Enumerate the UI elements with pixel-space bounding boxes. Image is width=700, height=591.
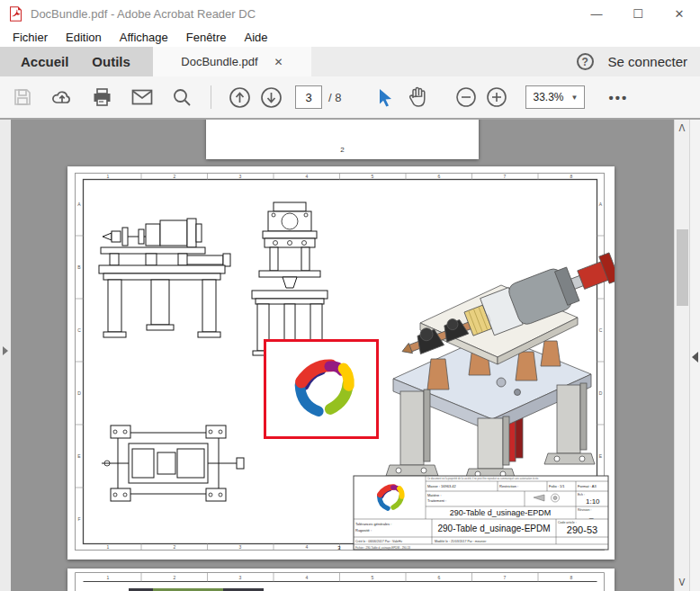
svg-text:5: 5 bbox=[372, 575, 374, 580]
svg-text:3: 3 bbox=[239, 544, 242, 550]
tab-accueil[interactable]: Accueil bbox=[9, 54, 80, 69]
svg-text:4: 4 bbox=[306, 174, 309, 179]
svg-text:1: 1 bbox=[107, 174, 110, 179]
tab-outils[interactable]: Outils bbox=[80, 54, 142, 69]
page-count-label: / 8 bbox=[328, 91, 341, 104]
technical-drawing: 12345678 12345678 ABCDEF ABCDEF 3 bbox=[67, 166, 615, 560]
page-up-icon[interactable] bbox=[229, 86, 251, 109]
print-icon[interactable] bbox=[92, 87, 112, 108]
zoom-in-icon[interactable] bbox=[486, 86, 507, 108]
nav-pane-arrow-icon bbox=[3, 346, 8, 355]
menu-edition[interactable]: Edition bbox=[57, 29, 111, 46]
titleblock-tolerances: Tolérances générales : bbox=[355, 522, 391, 526]
sign-in-button[interactable]: Se connecter bbox=[608, 54, 687, 69]
search-icon[interactable] bbox=[172, 87, 192, 107]
pdf-page-4: 12345678 bbox=[67, 569, 615, 591]
titleblock-disclaimer: Ce document est la propriété de la socié… bbox=[427, 477, 539, 480]
zoom-level-select[interactable]: 33.3% ▼ bbox=[525, 85, 585, 109]
svg-text:A: A bbox=[599, 201, 603, 207]
scrollbar-thumb[interactable] bbox=[677, 229, 688, 306]
svg-text:4: 4 bbox=[306, 544, 309, 550]
tab-close-icon[interactable]: ✕ bbox=[274, 56, 283, 68]
svg-text:2: 2 bbox=[174, 174, 176, 179]
nav-pane-toggle[interactable] bbox=[0, 120, 11, 591]
titleblock-ech-label: Ech : bbox=[578, 493, 585, 497]
close-button[interactable]: ✕ bbox=[659, 0, 700, 27]
page-down-icon[interactable] bbox=[260, 86, 283, 109]
red-annotation-border bbox=[265, 341, 378, 438]
main-toolbar: 3 / 8 33.3% ▼ ••• bbox=[0, 76, 700, 120]
document-viewport[interactable]: 2 bbox=[0, 120, 700, 591]
toolbar-separator bbox=[211, 85, 211, 109]
title-bar: DocBundle.pdf - Adobe Acrobat Reader DC … bbox=[0, 0, 700, 27]
email-icon[interactable] bbox=[131, 89, 153, 105]
svg-text:6: 6 bbox=[438, 174, 441, 179]
page-number-input[interactable]: 3 bbox=[295, 85, 322, 109]
tools-pane-toggle[interactable] bbox=[689, 120, 700, 591]
menu-affichage[interactable]: Affichage bbox=[111, 29, 177, 46]
pdf-page-2: 2 bbox=[206, 120, 479, 159]
more-tools-button[interactable]: ••• bbox=[608, 90, 628, 105]
pdf-page-3: 12345678 12345678 ABCDEF ABCDEF 3 bbox=[67, 166, 615, 560]
titleblock-title: 290-Table d_usinage-EPDM bbox=[450, 508, 552, 517]
logo-annotation[interactable] bbox=[265, 341, 378, 438]
svg-text:8: 8 bbox=[570, 174, 573, 179]
view-top bbox=[102, 425, 244, 501]
svg-text:2: 2 bbox=[174, 575, 176, 580]
menu-aide[interactable]: Aide bbox=[236, 29, 277, 46]
titleblock-revision-value: _ bbox=[588, 511, 594, 519]
svg-text:D: D bbox=[599, 390, 603, 396]
svg-text:4: 4 bbox=[306, 575, 309, 580]
tools-pane-arrow-icon bbox=[692, 352, 698, 363]
svg-text:D: D bbox=[77, 390, 81, 396]
save-icon[interactable] bbox=[13, 87, 32, 107]
svg-text:5: 5 bbox=[372, 174, 374, 179]
hand-tool-icon[interactable] bbox=[408, 86, 427, 108]
svg-text:E: E bbox=[599, 453, 603, 459]
document-tab-label: DocBundle.pdf bbox=[181, 55, 257, 68]
titleblock-fichier: Fichier : 290-Table d_usinage-EPDM - 290… bbox=[355, 546, 410, 550]
menu-fenetre[interactable]: Fenêtre bbox=[177, 29, 236, 46]
svg-text:7: 7 bbox=[504, 575, 507, 580]
titleblock-format: Format : A3 bbox=[578, 484, 597, 488]
acrobat-pdf-icon bbox=[8, 6, 23, 22]
scroll-up-icon[interactable]: ᐱ bbox=[675, 123, 689, 133]
acrobat-window: DocBundle.pdf - Adobe Acrobat Reader DC … bbox=[0, 0, 700, 591]
zoom-out-icon[interactable] bbox=[455, 86, 477, 108]
tab-bar: Accueil Outils DocBundle.pdf ✕ ? Se conn… bbox=[0, 47, 700, 76]
scroll-down-icon[interactable]: ᐯ bbox=[675, 578, 689, 587]
vertical-scrollbar[interactable]: ᐱ ᐯ bbox=[674, 120, 689, 591]
page-3-number: 3 bbox=[337, 545, 341, 551]
svg-text:6: 6 bbox=[438, 575, 441, 580]
page-4-top-frame: 12345678 bbox=[67, 569, 615, 591]
menu-bar: Fichier Edition Affichage Fenêtre Aide bbox=[0, 27, 700, 47]
titleblock-restriction: Restriction : bbox=[499, 484, 518, 488]
page-2-number: 2 bbox=[206, 146, 479, 154]
tab-document[interactable]: DocBundle.pdf ✕ bbox=[153, 47, 311, 76]
svg-text:3: 3 bbox=[239, 575, 242, 580]
titleblock-modifie: Modifié le : 21/03/2017 Par : meunier bbox=[435, 540, 487, 543]
titleblock-matiere: Matière : bbox=[427, 493, 442, 497]
view-front bbox=[252, 202, 328, 355]
svg-text:1: 1 bbox=[107, 575, 110, 580]
svg-text:3: 3 bbox=[239, 174, 242, 179]
titleblock-rugosite: Rugosité : bbox=[355, 528, 372, 533]
titleblock-traitement: Traitement : bbox=[427, 498, 446, 503]
svg-text:C: C bbox=[77, 327, 81, 333]
minimize-button[interactable]: — bbox=[576, 0, 617, 27]
svg-text:2: 2 bbox=[174, 544, 176, 550]
zoom-level-value: 33.3% bbox=[533, 91, 563, 103]
window-title: DocBundle.pdf - Adobe Acrobat Reader DC bbox=[31, 7, 256, 21]
titleblock-folio: Folio : 1/1 bbox=[549, 484, 565, 488]
titleblock-title2: 290-Table d_usinage-EPDM bbox=[437, 524, 550, 533]
title-block: Ce document est la propriété de la socié… bbox=[354, 476, 608, 550]
titleblock-cree: Créé le : 06/06/2017 Par : ValeHv bbox=[355, 540, 402, 543]
svg-text:F: F bbox=[77, 516, 80, 522]
share-cloud-icon[interactable] bbox=[51, 86, 73, 108]
svg-text:1: 1 bbox=[107, 544, 110, 550]
titleblock-ech-value: 1:10 bbox=[586, 497, 600, 506]
maximize-button[interactable]: ☐ bbox=[617, 0, 659, 27]
menu-fichier[interactable]: Fichier bbox=[4, 29, 57, 46]
help-icon[interactable]: ? bbox=[577, 53, 594, 70]
select-tool-icon[interactable] bbox=[378, 88, 393, 107]
